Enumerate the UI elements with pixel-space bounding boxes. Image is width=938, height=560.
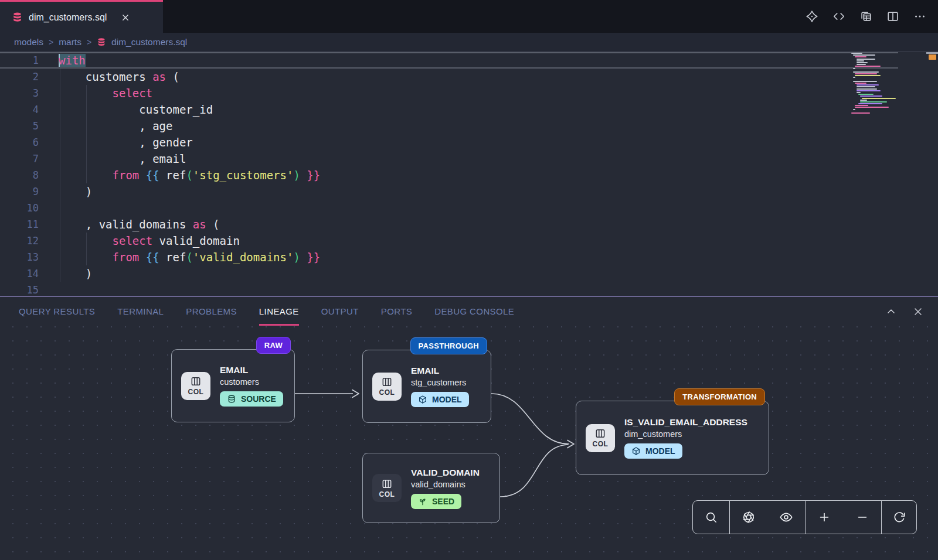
line-number: 5 — [0, 118, 59, 134]
resource-type-label: SEED — [432, 497, 454, 506]
code-line: 8 from {{ ref('stg_customers') }} — [0, 167, 938, 183]
column-chip-label: COL — [593, 440, 609, 448]
breadcrumb-file[interactable]: dim_customers.sql — [111, 37, 187, 47]
panel-tab-terminal[interactable]: TERMINAL — [117, 297, 164, 326]
toolbar-group — [693, 501, 729, 534]
code-line: 3 select — [0, 85, 938, 101]
code-icon[interactable] — [832, 10, 845, 23]
code-text: , valid_domains as ( — [59, 216, 220, 233]
lineage-canvas[interactable]: RAW COL EMAIL customers SOURCE PASSTHROU… — [0, 326, 938, 560]
column-name: EMAIL — [411, 366, 469, 376]
lineage-node-valid_domains[interactable]: COL VALID_DOMAIN valid_domains SEED — [362, 453, 500, 523]
node-body: VALID_DOMAIN valid_domains SEED — [411, 467, 480, 509]
model-name: dim_customers — [624, 429, 747, 439]
aperture-button[interactable] — [730, 501, 767, 534]
breadcrumb-models[interactable]: models — [14, 37, 43, 47]
plus-icon — [818, 511, 831, 524]
editor-tab-bar: dim_customers.sql — [0, 0, 938, 33]
lineage-node-dim_customers[interactable]: TRANSFORMATION COL IS_VALID_EMAIL_ADDRES… — [576, 401, 769, 475]
lineage-edge — [500, 445, 568, 497]
tab-close-icon[interactable] — [120, 12, 131, 23]
code-editor[interactable]: 1with2 customers as (3 select4 customer_… — [0, 52, 938, 296]
lineage-type-badge: PASSTHROUGH — [410, 337, 487, 354]
overview-ruler-mark — [926, 52, 938, 54]
cube-icon — [418, 395, 427, 404]
panel-tab-output[interactable]: OUTPUT — [321, 297, 359, 326]
code-text: with — [59, 52, 86, 69]
lineage-node-customers[interactable]: RAW COL EMAIL customers SOURCE — [171, 349, 295, 422]
minimap-line — [853, 68, 855, 69]
copy-table-icon[interactable] — [859, 10, 872, 23]
minimap-line — [851, 53, 862, 54]
panel-tab-ports[interactable]: PORTS — [381, 297, 412, 326]
code-text: select valid_domain — [59, 233, 240, 249]
aperture-icon — [742, 511, 755, 524]
minimap[interactable] — [851, 52, 898, 114]
breadcrumb-marts[interactable]: marts — [59, 37, 81, 47]
breadcrumb-separator: > — [87, 37, 91, 47]
column-name: VALID_DOMAIN — [411, 467, 480, 478]
more-actions-icon[interactable] — [913, 10, 926, 23]
tab-dim-customers-sql[interactable]: dim_customers.sql — [0, 0, 163, 33]
panel-tab-lineage[interactable]: LINEAGE — [259, 297, 299, 326]
line-number: 3 — [0, 85, 59, 101]
panel-tab-problems[interactable]: PROBLEMS — [186, 297, 237, 326]
minimap-line — [855, 107, 889, 108]
resource-type-label: MODEL — [432, 395, 462, 404]
plus-button[interactable] — [806, 501, 844, 534]
overview-ruler-warning-mark — [929, 54, 936, 60]
code-text: customer_id — [59, 101, 213, 118]
breadcrumb-separator: > — [49, 37, 53, 47]
line-number: 11 — [0, 216, 59, 233]
line-number: 9 — [0, 183, 59, 200]
toolbar-group — [805, 501, 881, 534]
dbt-ide-window: dim_customers.sql — [0, 0, 938, 560]
lineage-toolbar — [692, 500, 917, 534]
code-line: 9 ) — [0, 183, 938, 200]
code-text: from {{ ref('valid_domains') }} — [59, 249, 320, 265]
toolbar-group — [729, 501, 805, 534]
cube-icon — [631, 446, 641, 456]
minimap-line — [857, 92, 861, 93]
lineage-node-stg_customers[interactable]: PASSTHROUGH COL EMAIL stg_customers MODE… — [362, 350, 491, 423]
dbt-icon[interactable] — [806, 10, 818, 23]
database-model-icon — [12, 12, 23, 23]
minimap-line — [853, 71, 879, 73]
minus-icon — [856, 511, 869, 524]
tab-title: dim_customers.sql — [29, 12, 107, 23]
code-text: from {{ ref('stg_customers') }} — [59, 167, 320, 183]
code-line: 2 customers as ( — [0, 69, 938, 85]
code-line: 14 ) — [0, 265, 938, 282]
close-panel-icon[interactable] — [912, 306, 924, 317]
minimap-line — [851, 70, 898, 71]
minimap-line — [853, 54, 875, 56]
column-chip: COL — [372, 474, 402, 502]
split-editor-icon[interactable] — [886, 10, 899, 23]
lineage-edge — [491, 394, 569, 444]
column-name: EMAIL — [220, 365, 283, 375]
refresh-button[interactable] — [882, 501, 916, 534]
lineage-type-badge: TRANSFORMATION — [674, 388, 765, 405]
minimap-line — [857, 90, 881, 91]
edge-arrowhead — [352, 390, 359, 398]
line-number: 6 — [0, 134, 59, 151]
eye-button[interactable] — [767, 501, 805, 534]
code-lines: 1with2 customers as (3 select4 customer_… — [0, 52, 938, 296]
editor-actions — [806, 0, 938, 33]
code-line: 7 , email — [0, 151, 938, 167]
toolbar-group — [881, 501, 916, 534]
database-icon — [227, 394, 236, 404]
search-icon — [705, 511, 718, 524]
line-number: 10 — [0, 200, 59, 216]
minimap-line — [853, 109, 855, 110]
panel-tab-query-results[interactable]: QUERY RESULTS — [19, 297, 95, 326]
panel-tab-debug-console[interactable]: DEBUG CONSOLE — [434, 297, 514, 326]
line-number: 4 — [0, 101, 59, 118]
minimap-line — [857, 59, 875, 60]
resource-type-badge: MODEL — [624, 443, 682, 459]
search-button[interactable] — [693, 501, 729, 534]
code-line: 1with — [0, 52, 938, 69]
minus-button[interactable] — [844, 501, 882, 534]
minimap-line — [857, 60, 864, 62]
chevron-up-icon[interactable] — [885, 306, 897, 317]
